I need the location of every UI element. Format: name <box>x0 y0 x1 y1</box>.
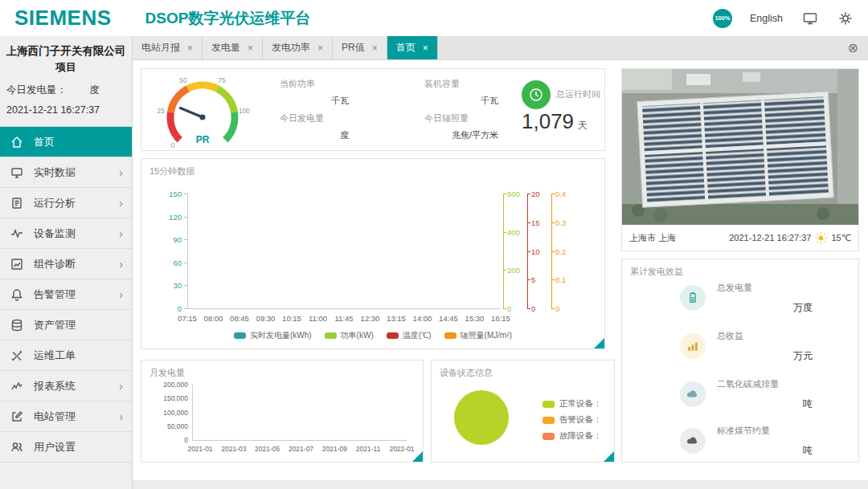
sidebar-item-label: 告警管理 <box>34 287 76 302</box>
resize-corner-icon[interactable] <box>594 338 604 348</box>
app-header: SIEMENS DSOP数字光伏运维平台 100% English <box>0 0 868 36</box>
tab-close-icon[interactable]: × <box>187 43 193 54</box>
legend-marker <box>542 401 555 408</box>
tab-pr-value[interactable]: PR值 × <box>333 36 387 59</box>
axis-tick-label: 2021-07 <box>289 445 313 453</box>
legend-label: 故障设备： <box>559 430 602 442</box>
resize-corner-icon[interactable] <box>412 451 423 462</box>
edit-icon <box>10 410 23 423</box>
tick-mark <box>503 232 506 233</box>
sidebar-item-realtime-data[interactable]: 实时数据 › <box>0 157 132 188</box>
tab-label: 首页 <box>396 41 416 55</box>
stat-unit: 千瓦 <box>331 96 349 105</box>
stat-label: 今日发电量 <box>280 112 349 124</box>
tick-mark <box>551 308 555 309</box>
axis-tick-label: 60 <box>173 258 182 267</box>
sidebar-item-asset-management[interactable]: 资产管理 <box>0 310 132 340</box>
benefit-unit: 万度 <box>793 302 813 313</box>
axis-tick-label: 150,000 <box>163 394 188 402</box>
stat-unit: 度 <box>340 130 349 140</box>
chart-title: 设备状态信息 <box>440 367 493 379</box>
tab-home[interactable]: 首页 × <box>387 36 438 59</box>
sidebar-item-operation-analysis[interactable]: 运行分析 › <box>0 188 132 218</box>
legend-marker <box>387 332 399 339</box>
resize-corner-icon[interactable] <box>604 451 614 462</box>
sidebar: 上海西门子开关有限公司 项目 今日发电量： 度 2021-12-21 16:27… <box>0 36 133 489</box>
tab-plant-monthly-report[interactable]: 电站月报 × <box>133 36 203 59</box>
axis-tick-label: 200,000 <box>163 381 188 389</box>
fifteen-min-chart-card: 15分钟数据 030609012015002004006000510152000… <box>141 158 605 349</box>
photo-location: 上海市 上海 <box>629 232 676 244</box>
close-all-tabs-icon[interactable]: ⊗ <box>848 42 858 55</box>
pie-legend-item[interactable]: 正常设备： <box>542 396 602 412</box>
tab-generation-power[interactable]: 发电功率 × <box>263 36 333 59</box>
tick-mark <box>184 308 187 309</box>
pie-legend-item[interactable]: 故障设备： <box>542 428 602 444</box>
axis-tick-label: 100,000 <box>163 409 188 417</box>
legend-item[interactable]: 实时发电量(kWh) <box>234 330 312 341</box>
sidebar-item-plant-management[interactable]: 电站管理 › <box>0 401 132 432</box>
monthly-generation-card: 月发电量 050,000100,000150,000200,0002021-01… <box>141 360 424 463</box>
tick-mark <box>184 285 187 286</box>
benefit-unit: 吨 <box>803 445 813 456</box>
legend-label: 辐照量(MJ/m²) <box>461 330 512 341</box>
tick-mark <box>503 308 506 309</box>
tab-generation[interactable]: 发电量 × <box>203 36 263 59</box>
sidebar-item-home[interactable]: 首页 <box>0 127 132 157</box>
project-label: 项目 <box>0 60 132 75</box>
sidebar-item-report-system[interactable]: 报表系统 › <box>0 371 132 401</box>
chevron-right-icon: › <box>119 227 123 240</box>
legend-item[interactable]: 温度(℃) <box>387 330 432 341</box>
tick-mark <box>527 279 530 280</box>
axis-tick-label: 15:30 <box>465 314 485 323</box>
legend-label: 温度(℃) <box>403 330 432 341</box>
axis-tick-label: 2021-09 <box>322 445 347 453</box>
monitor-icon <box>10 166 23 179</box>
axis-tick-label: 150 <box>169 189 182 198</box>
pie-legend-item[interactable]: 告警设备： <box>542 412 602 428</box>
language-switch[interactable]: English <box>750 13 783 24</box>
tick-mark <box>551 222 555 223</box>
sidebar-menu: 首页 实时数据 › 运行分析 › 设备监测 › 组件诊断 › 告警管理 › <box>0 126 132 463</box>
tab-close-icon[interactable]: × <box>372 43 378 54</box>
stat-unit: 兆焦/平方米 <box>452 130 498 140</box>
bar-chart-plot[interactable]: 050,000100,000150,000200,0002021-012021-… <box>141 361 423 462</box>
sidebar-item-label: 用户设置 <box>34 440 76 454</box>
sidebar-item-user-settings[interactable]: 用户设置 <box>0 432 132 463</box>
document-icon <box>10 197 23 210</box>
device-status-pie[interactable] <box>454 390 509 445</box>
stat-label: 今日辐照量 <box>424 112 498 124</box>
stat-today-generation: 今日发电量 度 <box>280 112 349 141</box>
benefit-total-revenue: 总收益 万元 <box>680 328 813 367</box>
settings-gear-icon[interactable] <box>837 10 854 26</box>
legend-label: 实时发电量(kWh) <box>250 330 312 341</box>
benefit-label: 总收益 <box>717 328 813 342</box>
tab-close-icon[interactable]: × <box>317 43 323 54</box>
axis-tick-label: 10 <box>531 247 540 255</box>
legend-item[interactable]: 辐照量(MJ/m²) <box>444 330 512 341</box>
line-chart-plot[interactable]: 030609012015002004006000510152000.10.20.… <box>141 159 604 348</box>
chevron-right-icon: › <box>119 258 123 271</box>
overview-stats-card: 0 25 50 75 100 PR 当前功率 千瓦 装机容量 千瓦 今日发电量 … <box>141 68 605 151</box>
sidebar-timestamp: 2021-12-21 16:27:37 <box>6 104 125 116</box>
sidebar-item-alarm-management[interactable]: 告警管理 › <box>0 279 132 310</box>
sidebar-item-maintenance-workorder[interactable]: 运维工单 <box>0 340 132 371</box>
axis-tick-label: 0.2 <box>555 247 566 255</box>
sidebar-item-device-monitoring[interactable]: 设备监测 › <box>0 218 132 249</box>
axis-tick-label: 20 <box>531 189 540 198</box>
benefits-title: 累计发电效益 <box>630 266 683 278</box>
tab-close-icon[interactable]: × <box>423 43 428 54</box>
sidebar-item-module-diagnosis[interactable]: 组件诊断 › <box>0 249 132 279</box>
tick-mark <box>527 222 530 223</box>
axis-tick-label: 0 <box>184 436 188 444</box>
axis-tick-label: 10:15 <box>282 314 301 323</box>
sidebar-item-label: 报表系统 <box>34 379 76 393</box>
benefit-unit: 吨 <box>803 398 813 410</box>
axis-tick-label: 2022-01 <box>389 445 414 453</box>
tab-close-icon[interactable]: × <box>248 43 253 54</box>
benefit-coal-saving: 标准煤节约量 吨 <box>680 423 813 462</box>
tick-mark <box>184 194 187 194</box>
screenshot-icon[interactable] <box>802 10 818 26</box>
legend-item[interactable]: 功率(kW) <box>325 330 374 341</box>
cumulative-benefits-card: 累计发电效益 总发电量 万度 总收益 万元 二氧化碳减排量 <box>621 259 859 463</box>
